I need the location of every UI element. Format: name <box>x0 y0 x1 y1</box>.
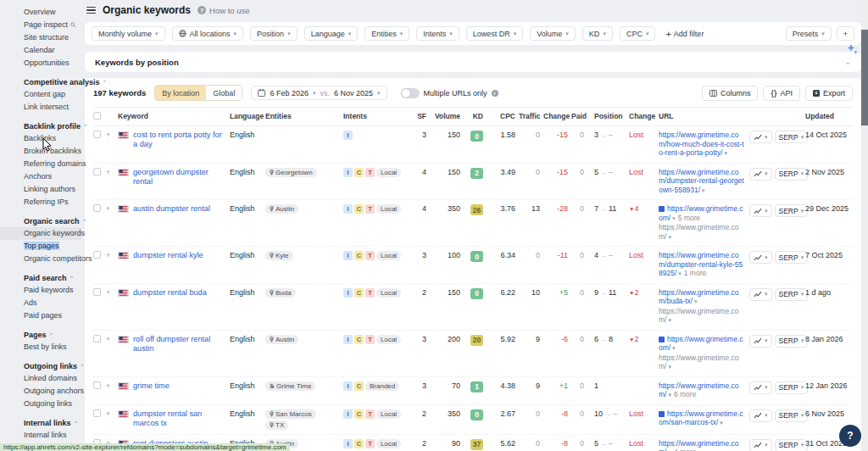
filter-chip-all-locations[interactable]: All locations▾ <box>172 26 244 41</box>
scrollbar[interactable] <box>861 0 868 451</box>
row-checkbox[interactable] <box>93 131 101 138</box>
keyword-link[interactable]: roll off dumpster rental austin <box>133 335 226 354</box>
serp-button[interactable]: SERP▾ <box>775 409 809 422</box>
entity-chip[interactable]: Kyle <box>265 251 293 260</box>
chevron-down-icon[interactable]: ▾ <box>718 420 722 426</box>
position-history-button[interactable]: ▾ <box>749 335 772 348</box>
sidebar-item-organic-keywords[interactable]: Organic keywords <box>0 227 81 240</box>
keyword-link[interactable]: georgetown dumpster rental <box>133 168 226 187</box>
chevron-down-icon[interactable]: ▾ <box>670 345 675 351</box>
sidebar-item-referring-domains[interactable]: Referring domains <box>0 158 81 170</box>
filter-chip-entities[interactable]: Entities▾ <box>364 26 409 41</box>
result-url-link[interactable]: https://www.grimetime.com/san-marcos-tx/ <box>659 409 743 427</box>
collapse-chevron-icon[interactable]: ⌄ <box>844 58 851 66</box>
row-checkbox[interactable] <box>93 168 101 175</box>
result-url-link[interactable]: https://www.grimetime.com/buda-tx/ <box>659 288 738 306</box>
sidebar-item-anchors[interactable]: Anchors <box>0 170 81 183</box>
chevron-down-icon[interactable]: ▾ <box>700 187 704 193</box>
sidebar-section-pages[interactable]: Pages⌃ <box>0 329 81 341</box>
sidebar-section-competitive-analysis[interactable]: Competitive analysis⌃ <box>0 76 81 88</box>
filter-chip-intents[interactable]: Intents▾ <box>416 26 459 41</box>
row-expand-button[interactable]: + <box>106 131 118 139</box>
sidebar-section-paid-search[interactable]: Paid search⌃ <box>0 272 81 284</box>
sidebar-item-top-pages[interactable]: Top pages <box>0 240 81 253</box>
scrollbar-thumb[interactable] <box>861 30 868 125</box>
col-header-paid[interactable]: Paid <box>571 112 587 120</box>
col-header-language[interactable]: Language <box>230 112 265 120</box>
row-checkbox[interactable] <box>93 251 101 259</box>
col-header-url[interactable]: URL <box>659 112 749 120</box>
entity-chip[interactable]: Austin <box>265 204 298 214</box>
sidebar-item-organic-competitors[interactable]: Organic competitors <box>0 253 81 265</box>
chevron-down-icon[interactable]: ▾ <box>723 150 727 156</box>
chevron-down-icon[interactable]: ▾ <box>670 215 675 221</box>
filter-chip-lowest-dr[interactable]: Lowest DR▾ <box>466 26 524 41</box>
sidebar-item-linking-authors[interactable]: Linking authors <box>0 183 81 196</box>
entity-chip[interactable]: Austin <box>265 335 298 344</box>
api-button[interactable]: {} API <box>763 86 800 101</box>
sidebar-item-ads[interactable]: Ads <box>0 297 81 309</box>
row-checkbox[interactable] <box>93 204 101 212</box>
serp-button[interactable]: SERP▾ <box>775 168 809 181</box>
col-header-intents[interactable]: Intents <box>343 112 415 120</box>
sidebar-section-backlink-profile[interactable]: Backlink profile⌃ <box>0 120 81 132</box>
serp-button[interactable]: SERP▾ <box>775 381 809 394</box>
col-header-volume[interactable]: Volume <box>430 112 464 120</box>
position-history-button[interactable]: ▾ <box>749 251 772 264</box>
date-compare-picker[interactable]: 6 Feb 2026▾ vs. 6 Nov 2025▾ <box>251 86 387 100</box>
sidebar-item-outgoing-anchors[interactable]: Outgoing anchors <box>0 385 81 398</box>
row-expand-button[interactable]: + <box>106 168 118 176</box>
serp-button[interactable]: SERP▾ <box>775 131 809 143</box>
row-checkbox[interactable] <box>93 335 101 342</box>
entity-chip[interactable]: Buda <box>265 288 296 298</box>
sidebar-item-linked-domains[interactable]: Linked domains <box>0 372 81 385</box>
sidebar-item-internal-links[interactable]: Internal links <box>0 429 81 442</box>
sidebar-item-best-by-links[interactable]: Best by links <box>0 341 81 354</box>
sidebar-item-referring-ips[interactable]: Referring IPs <box>0 196 81 209</box>
hamburger-menu-icon[interactable] <box>86 5 96 16</box>
serp-button[interactable]: SERP▾ <box>775 335 809 348</box>
entity-chip[interactable]: TX <box>265 420 288 430</box>
row-expand-button[interactable]: + <box>106 204 118 213</box>
filter-chip-language[interactable]: Language▾ <box>304 26 359 41</box>
col-header-position-change[interactable]: Change <box>629 112 659 120</box>
row-checkbox[interactable] <box>93 381 101 389</box>
chevron-down-icon[interactable]: ▾ <box>676 270 681 276</box>
sidebar-item-paid-keywords[interactable]: Paid keywords <box>0 284 81 297</box>
position-history-button[interactable]: ▾ <box>749 439 772 451</box>
col-header-entities[interactable]: Entities <box>265 112 343 120</box>
keyword-link[interactable]: austin dumpster rental <box>133 204 210 214</box>
sidebar-item-overview[interactable]: Overview <box>0 6 81 19</box>
row-expand-button[interactable]: + <box>106 409 118 418</box>
sidebar-item-calendar[interactable]: Calendar <box>0 44 81 57</box>
position-history-button[interactable]: ▾ <box>749 131 772 143</box>
chevron-down-icon[interactable]: ▾ <box>693 298 697 304</box>
entity-chip[interactable]: San Marcos <box>265 409 316 419</box>
row-expand-button[interactable]: + <box>106 251 118 259</box>
chevron-down-icon[interactable]: ▾ <box>666 234 670 240</box>
filter-chip-monthly-volume[interactable]: Monthly volume▾ <box>92 26 165 41</box>
sidebar-item-site-structure[interactable]: Site structure <box>0 31 81 44</box>
chevron-down-icon[interactable]: ▾ <box>666 392 670 398</box>
columns-button[interactable]: Columns <box>702 86 759 101</box>
entity-chip[interactable]: Georgetown <box>265 168 317 177</box>
serp-button[interactable]: SERP▾ <box>775 251 809 264</box>
help-button[interactable]: ? <box>839 425 861 447</box>
save-preset-button[interactable]: + <box>837 26 854 41</box>
row-checkbox[interactable] <box>93 409 101 417</box>
add-filter-button[interactable]: + Add filter <box>665 29 704 39</box>
more-urls-link[interactable]: 5 more <box>678 214 700 222</box>
keywords-by-position-panel[interactable]: Keywords by position ⌄ <box>85 52 861 72</box>
row-expand-button[interactable]: + <box>106 381 118 390</box>
position-history-button[interactable]: ▾ <box>749 168 772 181</box>
keyword-link[interactable]: grime time <box>133 381 170 391</box>
filter-chip-cpc[interactable]: CPC▾ <box>620 26 656 41</box>
col-header-updated[interactable]: Updated <box>805 112 853 120</box>
row-expand-button[interactable]: + <box>106 288 118 297</box>
how-to-use-link[interactable]: ? How to use <box>198 6 250 15</box>
row-expand-button[interactable]: + <box>106 335 118 343</box>
export-button[interactable]: Export <box>805 86 853 101</box>
sidebar-item-paid-pages[interactable]: Paid pages <box>0 309 81 322</box>
more-urls-link[interactable]: 1 more <box>684 269 706 277</box>
row-checkbox[interactable] <box>93 288 101 296</box>
